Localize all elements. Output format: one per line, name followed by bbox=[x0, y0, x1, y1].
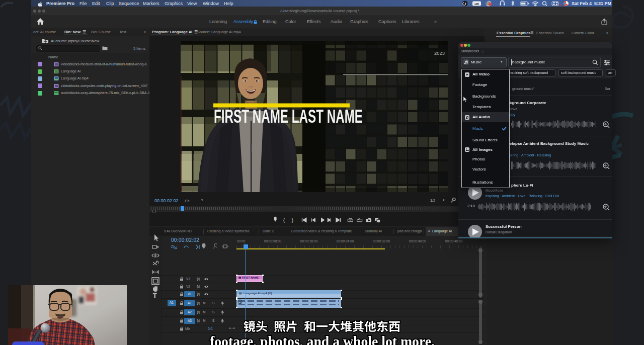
svg-text:footage, photos, and a whole l: footage, photos, and a whole lot more. bbox=[210, 333, 435, 345]
